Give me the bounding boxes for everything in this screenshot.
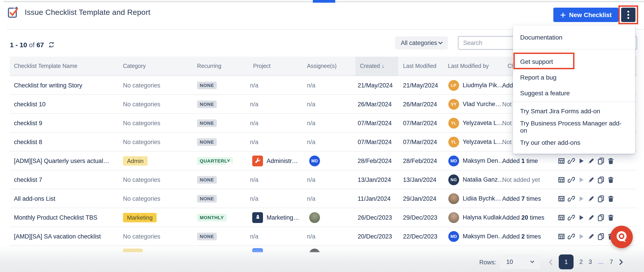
run-icon[interactable] [578,214,585,221]
new-checklist-button[interactable]: New Checklist [553,8,618,22]
edit-icon[interactable] [588,157,595,164]
row-actions [558,214,614,221]
kebab-menu-button[interactable] [621,8,636,22]
template-name[interactable]: checklist 10 [14,101,46,107]
run-icon[interactable] [578,233,585,240]
edit-icon[interactable] [588,195,595,202]
edit-icon[interactable] [588,176,595,183]
recurring-cell: NONE [197,81,217,89]
menu-item-try-smart-jira-forms-add-on[interactable]: Try Smart Jira Forms add-on [513,103,635,119]
page-button-3[interactable]: 3 [588,258,592,265]
category-badge: Marketing [123,213,156,222]
edit-icon[interactable] [588,233,595,240]
link-icon[interactable] [568,233,575,240]
wrench-icon [254,157,261,164]
copy-icon[interactable] [597,157,604,164]
category-filter-select[interactable]: All categories [395,36,448,49]
menu-item-documentation[interactable]: Documentation [513,29,635,45]
delete-icon[interactable] [607,157,614,164]
report-grid-icon[interactable] [558,214,565,221]
menu-item-get-support[interactable]: Get support [513,54,635,69]
report-grid-icon[interactable] [558,176,565,183]
run-icon[interactable] [578,176,585,183]
template-name[interactable]: [ADM][SA] Quarterly users actual… [14,157,109,164]
menu-item-report-a-bug[interactable]: Report a bug [513,69,635,85]
last-modified-by-cell: YLYelyzaveta L… [448,137,503,147]
rows-per-page-select[interactable]: 10 [500,255,540,269]
project-cell: n/a [250,139,258,145]
link-icon[interactable] [568,157,575,164]
last-modified-by-cell: MDMaksym Den… [448,155,504,166]
recurring-badge: MONTHLY [197,214,227,221]
assignee-avatar: MD [309,155,320,166]
copy-icon[interactable] [597,176,604,183]
pagination-ellipsis[interactable]: … [598,258,604,265]
checklist-usage-cell: Added 7 times [502,195,541,202]
table-row: [AMD][SA] SA vacation checklistNo catego… [10,227,637,246]
assignee-cell: n/a [307,195,316,202]
last-modified-date: 21/May/2024 [403,82,438,89]
menu-item-try-business-process-manager-add-on[interactable]: Try Business Process Manager add-on [513,119,635,134]
delete-icon[interactable] [607,195,614,202]
menu-item-try-our-other-add-ons[interactable]: Try our other add-ons [513,134,635,150]
column-header-assignee-s-[interactable]: Assignee(s) [307,63,336,69]
project-avatar-icon [252,155,263,166]
rows-per-page-label: Rows: [479,259,496,266]
page-button-2[interactable]: 2 [580,258,583,265]
column-header-created[interactable]: Created ↓ [360,63,384,69]
category-cell: No categories [123,101,160,107]
assignee-cell: n/a [307,233,316,240]
modified-by-avatar: YL [448,117,459,128]
template-name[interactable]: All add-ons List [14,195,56,202]
page-button-7[interactable]: 7 [610,258,613,265]
copy-icon[interactable] [597,214,604,221]
feedback-fab-button[interactable] [610,226,633,248]
link-icon[interactable] [568,176,575,183]
column-header-project[interactable]: Project [253,63,270,69]
report-grid-icon[interactable] [558,195,565,202]
pagination: 123…7 [548,254,623,269]
recurring-badge: NONE [197,119,217,127]
copy-icon[interactable] [597,195,604,202]
link-icon[interactable] [568,214,575,221]
report-grid-icon[interactable] [558,157,565,164]
template-name[interactable]: Monthly Product Checklist TBS [14,214,98,221]
row-actions [558,195,614,202]
refresh-icon[interactable] [48,41,55,48]
category-cell: No categories [123,176,160,183]
modified-by-avatar: MD [448,231,459,242]
column-header-category[interactable]: Category [123,63,146,69]
created-date: 07/Mar/2024 [358,119,392,126]
column-header-last-modified[interactable]: Last Modified [403,63,436,69]
delete-icon[interactable] [607,176,614,183]
template-name[interactable]: checklist 9 [14,119,42,126]
column-header-checklist-template-name[interactable]: Checklist Template Name [14,63,78,69]
run-icon[interactable] [578,157,585,164]
last-modified-by-cell: MDMaksym Den… [448,231,504,242]
previous-page-icon[interactable] [548,259,553,265]
template-name[interactable]: [AMD][SA] SA vacation checklist [14,233,101,240]
template-name[interactable]: checklist 8 [14,139,42,145]
copy-icon[interactable] [597,233,604,240]
created-date: 28/Feb/2024 [358,157,392,164]
edit-icon[interactable] [588,214,595,221]
page-title: Issue Checklist Template and Report [25,8,150,17]
created-date: 21/May/2024 [358,82,393,89]
recurring-badge: NONE [197,232,217,240]
delete-icon[interactable] [607,214,614,221]
run-icon[interactable] [578,195,585,202]
checklist-usage-cell: Added 1 time [502,157,538,164]
table-row: [ADM][SA] Quarterly users actual…AdminQU… [10,152,637,170]
checklist-usage-cell: Added 2 times [502,233,541,240]
assignee-avatar [309,249,320,252]
template-name[interactable]: Checklist for writing Story [14,82,82,89]
template-name[interactable]: checklist 7 [14,176,42,183]
column-header-last-modified-by[interactable]: Last Modified by [448,63,489,69]
link-icon[interactable] [568,195,575,202]
report-grid-icon[interactable] [558,233,565,240]
next-page-icon[interactable] [619,259,623,265]
page-button-1[interactable]: 1 [559,254,574,269]
assignee-cell: n/a [307,119,316,126]
menu-item-suggest-a-feature[interactable]: Suggest a feature [513,85,635,101]
column-header-recurring[interactable]: Recurring [197,63,221,69]
